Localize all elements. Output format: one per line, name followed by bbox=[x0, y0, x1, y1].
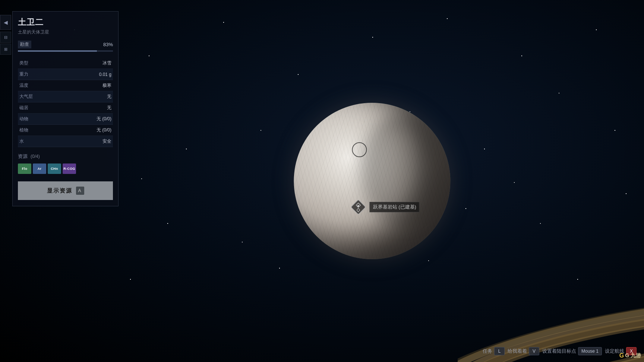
landing-label: 跃界基岩站 (已建基) bbox=[370, 202, 420, 212]
landing-icon bbox=[350, 199, 367, 215]
chevron-left-icon: ◀ bbox=[4, 19, 8, 25]
stat-value: 极寒 bbox=[61, 80, 113, 91]
planet-sphere bbox=[294, 103, 450, 259]
show-resources-key-badge: A bbox=[76, 187, 84, 195]
planet-name: 土卫二 bbox=[18, 17, 113, 28]
survey-section: 勘查 83% bbox=[18, 41, 113, 52]
stat-key: 动物 bbox=[18, 114, 61, 125]
table-row: 大气层 无 bbox=[18, 91, 113, 102]
resource-chip: R-COG bbox=[63, 163, 76, 174]
stat-key: 重力 bbox=[18, 69, 61, 80]
resources-count: (0/4) bbox=[31, 154, 40, 159]
planet-subtitle: 土星的天体卫星 bbox=[18, 29, 113, 35]
map-icon: ⊟ bbox=[4, 35, 7, 40]
landing-marker[interactable]: 跃界基岩站 (已建基) bbox=[350, 199, 420, 215]
bottom-hud: 任务 L 给我着着 V 设置着陆目标点 Mouse 1 设定航线 X bbox=[483, 347, 637, 355]
stat-value: 冰雪 bbox=[61, 58, 113, 69]
survey-label: 勘查 bbox=[18, 41, 31, 48]
resource-chip: Flo bbox=[18, 163, 31, 174]
table-row: 类型 冰雪 bbox=[18, 58, 113, 69]
stat-value: 无 (0/0) bbox=[61, 114, 113, 125]
planet-display: 跃界基岩站 (已建基) bbox=[294, 103, 450, 259]
sidebar-toggle-button[interactable]: ◀ bbox=[0, 15, 11, 30]
resource-chip: Ar bbox=[33, 163, 46, 174]
table-row: 重力 0.01 g bbox=[18, 69, 113, 80]
stat-value: 无 (0/0) bbox=[61, 125, 113, 136]
table-row: 温度 极寒 bbox=[18, 80, 113, 91]
stat-value: 安全 bbox=[61, 136, 113, 147]
table-row: 植物 无 (0/0) bbox=[18, 125, 113, 136]
grid-icon: ⊞ bbox=[4, 47, 7, 52]
watermark: G G 九游 bbox=[619, 352, 641, 359]
stat-key: 磁居 bbox=[18, 102, 61, 114]
table-row: 动物 无 (0/0) bbox=[18, 114, 113, 125]
orbit-marker bbox=[352, 142, 367, 157]
show-resources-button[interactable]: 显示资源 A bbox=[18, 181, 113, 200]
survey-bar-fill bbox=[18, 50, 97, 52]
table-row: 磁居 无 bbox=[18, 102, 113, 114]
hud-key-badge[interactable]: Mouse 1 bbox=[578, 347, 602, 355]
sidebar-icons-panel: ⊟ ⊞ bbox=[0, 32, 11, 55]
stat-key: 大气层 bbox=[18, 91, 61, 102]
stat-value: 0.01 g bbox=[61, 69, 113, 80]
hud-label: 设置着陆目标点 bbox=[542, 348, 576, 355]
stat-value: 无 bbox=[61, 102, 113, 114]
survey-header: 勘查 83% bbox=[18, 41, 113, 48]
stats-table: 类型 冰雪 重力 0.01 g 温度 极寒 大气层 无 磁居 无 动物 无 (0… bbox=[18, 58, 113, 147]
stat-key: 类型 bbox=[18, 58, 61, 69]
hud-label: 任务 bbox=[483, 348, 492, 355]
info-panel: 土卫二 土星的天体卫星 勘查 83% 类型 冰雪 重力 0.01 g 温度 极寒… bbox=[12, 11, 119, 206]
stat-key: 植物 bbox=[18, 125, 61, 136]
resource-icons: FloArCHnR-COG bbox=[18, 163, 113, 174]
resource-chip: CHn bbox=[48, 163, 61, 174]
hud-key-badge[interactable]: L bbox=[494, 347, 505, 355]
survey-percentage: 83% bbox=[103, 42, 113, 47]
hud-item-2: 设置着陆目标点 Mouse 1 bbox=[542, 347, 602, 355]
survey-bar-background bbox=[18, 50, 113, 52]
resources-section: 资源 (0/4) FloArCHnR-COG bbox=[18, 153, 113, 174]
hud-item-0: 任务 L bbox=[483, 347, 505, 355]
stat-key: 温度 bbox=[18, 80, 61, 91]
hud-key-badge[interactable]: V bbox=[529, 347, 539, 355]
sidebar-map-icon[interactable]: ⊟ bbox=[0, 32, 11, 43]
stat-key: 水 bbox=[18, 136, 61, 147]
stat-value: 无 bbox=[61, 91, 113, 102]
resources-header: 资源 (0/4) bbox=[18, 153, 113, 160]
resources-label: 资源 bbox=[18, 153, 28, 160]
hud-item-1: 给我着着 V bbox=[508, 347, 539, 355]
sidebar-grid-icon[interactable]: ⊞ bbox=[0, 44, 11, 55]
table-row: 水 安全 bbox=[18, 136, 113, 147]
svg-point-7 bbox=[357, 205, 359, 207]
show-resources-label: 显示资源 bbox=[47, 187, 72, 194]
hud-label: 给我着着 bbox=[508, 348, 527, 355]
